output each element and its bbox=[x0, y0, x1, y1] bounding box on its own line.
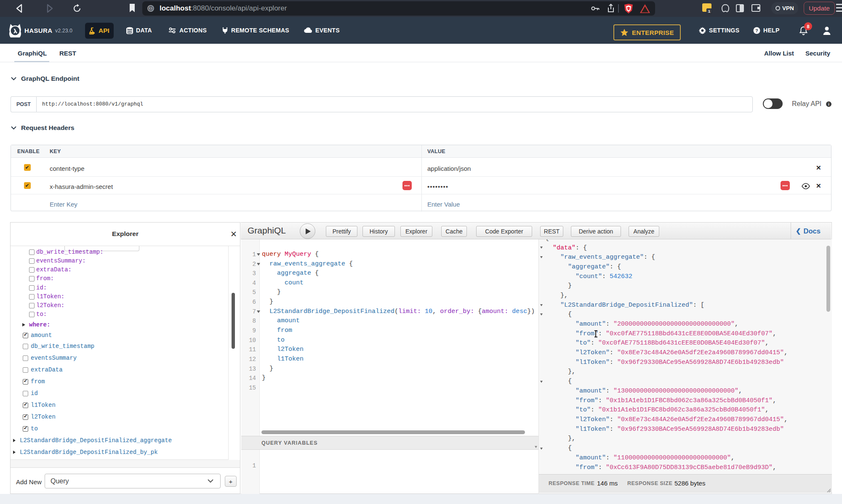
svg-text:?: ? bbox=[755, 28, 758, 33]
